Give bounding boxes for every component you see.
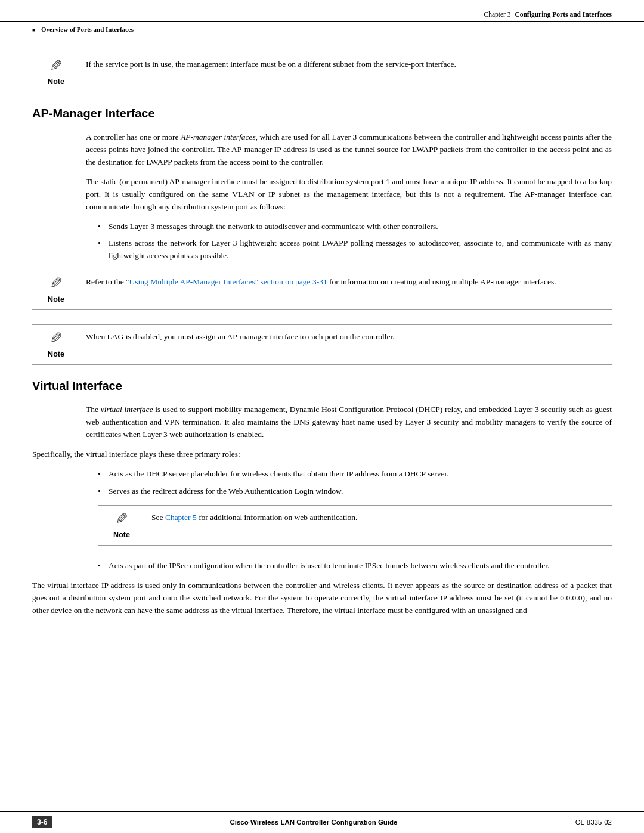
note-content-1: If the service port is in use, the manag…: [86, 58, 612, 70]
page-header: Chapter 3 Configuring Ports and Interfac…: [0, 0, 644, 22]
chapter-title: Configuring Ports and Interfaces: [515, 11, 612, 18]
virtual-interface-para3: The virtual interface IP address is used…: [32, 580, 612, 617]
note-content-2: Refer to the "Using Multiple AP-Manager …: [86, 276, 612, 288]
ap-manager-bullets: Sends Layer 3 messages through the netwo…: [98, 221, 612, 263]
note-content-3: When LAG is disabled, you must assign an…: [86, 331, 612, 343]
ap-manager-bullet-1: Sends Layer 3 messages through the netwo…: [98, 221, 612, 233]
ap-manager-para2: The static (or permanent) AP-manager int…: [86, 176, 612, 213]
page: Chapter 3 Configuring Ports and Interfac…: [0, 0, 644, 833]
note-box-nested: ✎ Note See Chapter 5 for additional info…: [98, 505, 612, 546]
virtual-bullet-2: Serves as the redirect address for the W…: [98, 485, 612, 498]
virtual-interface-italic: virtual interface: [101, 405, 153, 414]
virtual-interface-para1: The virtual interface is used to support…: [86, 404, 612, 441]
virtual-interface-bullet3-list: Acts as part of the IPSec configuration …: [98, 560, 612, 572]
ap-manager-italic: AP-manager interfaces: [181, 132, 256, 141]
note-label-1: Note: [48, 78, 64, 86]
note-box-3: ✎ Note When LAG is disabled, you must as…: [32, 324, 612, 365]
virtual-bullet-3: Acts as part of the IPSec configuration …: [98, 560, 612, 572]
virtual-interface-bullets: Acts as the DHCP server placeholder for …: [98, 468, 612, 498]
nested-note-before: See: [151, 513, 165, 522]
note-content-nested: See Chapter 5 for additional information…: [151, 512, 612, 524]
note2-text-before: Refer to the: [86, 277, 126, 286]
virtual-interface-para2: Specifically, the virtual interface play…: [32, 448, 612, 461]
note2-link[interactable]: "Using Multiple AP-Manager Interfaces" s…: [126, 277, 327, 286]
virtual-bullet-1: Acts as the DHCP server placeholder for …: [98, 468, 612, 481]
nested-note-link[interactable]: Chapter 5: [165, 513, 197, 522]
note-label-2: Note: [48, 295, 64, 304]
footer-doc-number: OL-8335-02: [575, 819, 612, 826]
header-chapter: Chapter 3 Configuring Ports and Interfac…: [484, 11, 612, 18]
note-box-1: ✎ Note If the service port is in use, th…: [32, 52, 612, 92]
note-label-3: Note: [48, 350, 64, 358]
pencil-icon-2: ✎: [49, 276, 63, 292]
ap-manager-bullet-2: Listens across the network for Layer 3 l…: [98, 237, 612, 262]
nested-note-after: for additional information on web authen…: [197, 513, 358, 522]
note2-text-after: for information on creating and using mu…: [327, 277, 556, 286]
footer-page-num: 3-6: [32, 816, 52, 828]
page-footer: 3-6 Cisco Wireless LAN Controller Config…: [0, 811, 644, 833]
note-box-2: ✎ Note Refer to the "Using Multiple AP-M…: [32, 270, 612, 310]
note-icon-area-nested: ✎ Note: [98, 512, 151, 539]
note-label-nested: Note: [113, 531, 130, 539]
breadcrumb-text: Overview of Ports and Interfaces: [41, 26, 134, 33]
footer-doc-title: Cisco Wireless LAN Controller Configurat…: [230, 819, 397, 826]
main-content: ✎ Note If the service port is in use, th…: [0, 34, 644, 636]
ap-manager-heading: AP-Manager Interface: [32, 107, 612, 123]
ap-manager-para1: A controller has one or more AP-manager …: [86, 131, 612, 169]
pencil-icon-nested: ✎: [115, 512, 128, 527]
sub-header: Overview of Ports and Interfaces: [0, 22, 644, 34]
note-icon-area-1: ✎ Note: [32, 58, 86, 86]
chapter-label: Chapter 3: [484, 11, 511, 18]
note-icon-area-2: ✎ Note: [32, 276, 86, 304]
pencil-icon-3: ✎: [49, 331, 63, 346]
virtual-interface-heading: Virtual Interface: [32, 379, 612, 395]
pencil-icon-1: ✎: [49, 58, 63, 74]
note-icon-area-3: ✎ Note: [32, 331, 86, 358]
